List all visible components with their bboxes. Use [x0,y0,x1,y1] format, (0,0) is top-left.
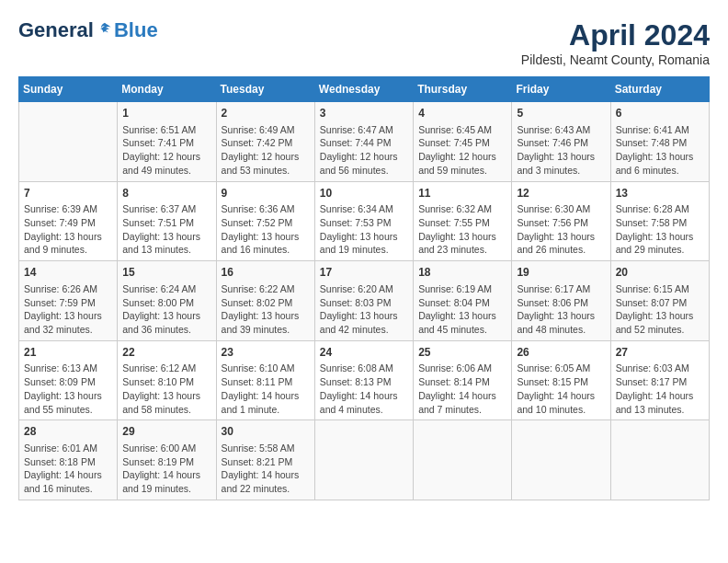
calendar-week-row: 21Sunrise: 6:13 AM Sunset: 8:09 PM Dayli… [19,340,710,420]
logo-bird-icon [96,21,114,40]
logo-general: General [18,18,94,42]
calendar-cell: 8Sunrise: 6:37 AM Sunset: 7:51 PM Daylig… [118,181,216,261]
day-number: 27 [616,345,704,361]
header-saturday: Saturday [610,77,709,102]
day-content: Sunrise: 6:13 AM Sunset: 8:09 PM Dayligh… [24,362,112,416]
calendar-cell: 19Sunrise: 6:17 AM Sunset: 8:06 PM Dayli… [512,261,610,341]
day-content: Sunrise: 6:36 AM Sunset: 7:52 PM Dayligh… [222,202,310,257]
day-number: 13 [616,186,704,201]
calendar-cell: 21Sunrise: 6:13 AM Sunset: 8:09 PM Dayli… [19,340,118,420]
day-content: Sunrise: 6:41 AM Sunset: 7:48 PM Dayligh… [616,123,704,178]
day-content: Sunrise: 6:32 AM Sunset: 7:55 PM Dayligh… [418,202,506,257]
page-header: General Blue April 2024 Pildesti, Neamt … [18,18,710,67]
logo-blue: Blue [114,18,158,42]
calendar-cell: 13Sunrise: 6:28 AM Sunset: 7:58 PM Dayli… [610,181,709,261]
calendar-cell: 15Sunrise: 6:24 AM Sunset: 8:00 PM Dayli… [118,261,216,341]
calendar-cell: 16Sunrise: 6:22 AM Sunset: 8:02 PM Dayli… [216,261,314,341]
calendar-cell: 24Sunrise: 6:08 AM Sunset: 8:13 PM Dayli… [314,340,413,420]
calendar-cell: 22Sunrise: 6:12 AM Sunset: 8:10 PM Dayli… [118,340,216,420]
day-number: 3 [320,106,408,121]
day-content: Sunrise: 6:00 AM Sunset: 8:19 PM Dayligh… [122,442,210,496]
calendar-week-row: 7Sunrise: 6:39 AM Sunset: 7:49 PM Daylig… [19,181,710,261]
day-number: 6 [616,106,704,121]
day-content: Sunrise: 6:37 AM Sunset: 7:51 PM Dayligh… [122,202,210,257]
day-content: Sunrise: 6:30 AM Sunset: 7:56 PM Dayligh… [517,202,605,257]
day-content: Sunrise: 6:06 AM Sunset: 8:14 PM Dayligh… [418,362,506,416]
day-content: Sunrise: 6:39 AM Sunset: 7:49 PM Dayligh… [24,202,112,257]
day-content: Sunrise: 6:05 AM Sunset: 8:15 PM Dayligh… [517,362,605,416]
day-number: 21 [24,345,112,361]
calendar-table: SundayMondayTuesdayWednesdayThursdayFrid… [18,76,710,500]
header-monday: Monday [118,77,216,102]
calendar-cell: 18Sunrise: 6:19 AM Sunset: 8:04 PM Dayli… [414,261,512,341]
calendar-cell: 7Sunrise: 6:39 AM Sunset: 7:49 PM Daylig… [19,181,118,261]
calendar-week-row: 14Sunrise: 6:26 AM Sunset: 7:59 PM Dayli… [19,261,710,341]
header-thursday: Thursday [414,77,512,102]
calendar-cell: 25Sunrise: 6:06 AM Sunset: 8:14 PM Dayli… [414,340,512,420]
calendar-cell [512,420,610,500]
calendar-cell: 26Sunrise: 6:05 AM Sunset: 8:15 PM Dayli… [512,340,610,420]
day-content: Sunrise: 6:03 AM Sunset: 8:17 PM Dayligh… [616,362,704,416]
header-wednesday: Wednesday [314,77,413,102]
calendar-cell: 6Sunrise: 6:41 AM Sunset: 7:48 PM Daylig… [610,102,709,182]
day-content: Sunrise: 6:49 AM Sunset: 7:42 PM Dayligh… [222,123,310,178]
day-number: 19 [517,265,605,281]
day-number: 4 [418,106,506,121]
calendar-cell: 4Sunrise: 6:45 AM Sunset: 7:45 PM Daylig… [414,102,512,182]
calendar-cell [314,420,413,500]
day-number: 7 [24,186,112,201]
day-number: 8 [122,186,210,201]
calendar-cell [414,420,512,500]
day-number: 24 [320,345,408,361]
calendar-week-row: 1Sunrise: 6:51 AM Sunset: 7:41 PM Daylig… [19,102,710,182]
header-tuesday: Tuesday [216,77,314,102]
calendar-cell: 10Sunrise: 6:34 AM Sunset: 7:53 PM Dayli… [314,181,413,261]
day-number: 11 [418,186,506,201]
day-content: Sunrise: 6:51 AM Sunset: 7:41 PM Dayligh… [122,123,210,178]
day-number: 10 [320,186,408,201]
day-number: 23 [222,345,310,361]
logo: General Blue [18,18,158,42]
day-content: Sunrise: 6:01 AM Sunset: 8:18 PM Dayligh… [24,442,112,496]
calendar-cell: 3Sunrise: 6:47 AM Sunset: 7:44 PM Daylig… [314,102,413,182]
calendar-cell: 1Sunrise: 6:51 AM Sunset: 7:41 PM Daylig… [118,102,216,182]
day-content: Sunrise: 6:15 AM Sunset: 8:07 PM Dayligh… [616,282,704,337]
calendar-cell: 20Sunrise: 6:15 AM Sunset: 8:07 PM Dayli… [610,261,709,341]
day-number: 20 [616,265,704,281]
calendar-cell: 12Sunrise: 6:30 AM Sunset: 7:56 PM Dayli… [512,181,610,261]
day-content: Sunrise: 6:26 AM Sunset: 7:59 PM Dayligh… [24,282,112,337]
title-section: April 2024 Pildesti, Neamt County, Roman… [521,18,710,67]
day-number: 17 [320,265,408,281]
day-number: 15 [122,265,210,281]
day-content: Sunrise: 6:43 AM Sunset: 7:46 PM Dayligh… [517,123,605,178]
day-number: 5 [517,106,605,121]
calendar-header-row: SundayMondayTuesdayWednesdayThursdayFrid… [19,77,710,102]
day-number: 22 [122,345,210,361]
day-number: 29 [122,424,210,440]
day-content: Sunrise: 6:24 AM Sunset: 8:00 PM Dayligh… [122,282,210,337]
calendar-week-row: 28Sunrise: 6:01 AM Sunset: 8:18 PM Dayli… [19,420,710,500]
header-sunday: Sunday [19,77,118,102]
calendar-cell: 30Sunrise: 5:58 AM Sunset: 8:21 PM Dayli… [216,420,314,500]
day-number: 2 [222,106,310,121]
header-friday: Friday [512,77,610,102]
day-content: Sunrise: 6:17 AM Sunset: 8:06 PM Dayligh… [517,282,605,337]
day-content: Sunrise: 6:22 AM Sunset: 8:02 PM Dayligh… [222,282,310,337]
page-subtitle: Pildesti, Neamt County, Romania [521,52,710,67]
day-number: 25 [418,345,506,361]
calendar-cell: 28Sunrise: 6:01 AM Sunset: 8:18 PM Dayli… [19,420,118,500]
day-content: Sunrise: 5:58 AM Sunset: 8:21 PM Dayligh… [222,442,310,496]
day-number: 26 [517,345,605,361]
calendar-cell: 14Sunrise: 6:26 AM Sunset: 7:59 PM Dayli… [19,261,118,341]
calendar-cell [610,420,709,500]
page-title: April 2024 [521,18,710,52]
day-number: 14 [24,265,112,281]
calendar-cell [19,102,118,182]
day-content: Sunrise: 6:20 AM Sunset: 8:03 PM Dayligh… [320,282,408,337]
calendar-cell: 23Sunrise: 6:10 AM Sunset: 8:11 PM Dayli… [216,340,314,420]
calendar-cell: 11Sunrise: 6:32 AM Sunset: 7:55 PM Dayli… [414,181,512,261]
calendar-cell: 29Sunrise: 6:00 AM Sunset: 8:19 PM Dayli… [118,420,216,500]
day-number: 9 [222,186,310,201]
day-number: 30 [222,424,310,440]
day-content: Sunrise: 6:12 AM Sunset: 8:10 PM Dayligh… [122,362,210,416]
